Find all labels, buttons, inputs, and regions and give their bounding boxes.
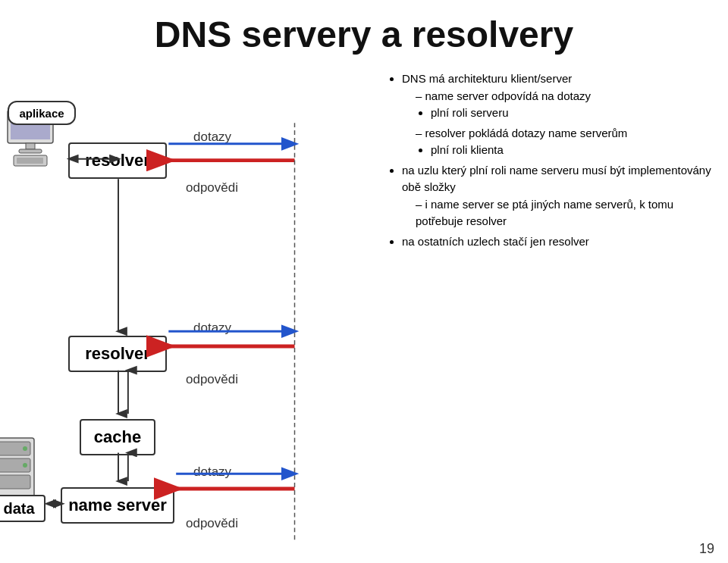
- bullet-item-1-1-1: plní roli serveru: [431, 105, 713, 122]
- svg-point-11: [23, 463, 27, 468]
- svg-point-12: [23, 480, 27, 484]
- dotazy-bottom-label: dotazy: [193, 464, 231, 480]
- page-title: DNS servery a resolvery: [0, 0, 728, 63]
- dotazy-middle-label: dotazy: [193, 321, 231, 336]
- aplikace-label: aplikace: [19, 107, 64, 120]
- resolver-bottom-box: resolver: [68, 336, 167, 372]
- bullet-item-1-2: resolver pokládá dotazy name serverům pl…: [416, 125, 713, 159]
- resolver-top-box: resolver: [68, 142, 167, 179]
- page-number: 19: [699, 541, 714, 557]
- bullet-item-1: DNS má architekturu klient/server name s…: [402, 70, 713, 159]
- resolver-bottom-label: resolver: [85, 344, 150, 364]
- svg-rect-2: [26, 143, 35, 149]
- odpovedi-top-label: odpovědi: [186, 180, 238, 195]
- dotazy-top-label: dotazy: [193, 130, 231, 145]
- bullet-item-2: na uzlu který plní roli name serveru mus…: [402, 162, 713, 230]
- odpovedi-middle-label: odpovědi: [186, 372, 238, 387]
- svg-rect-5: [17, 158, 43, 164]
- resolver-top-label: resolver: [85, 151, 150, 170]
- computer-bottom-image: [0, 434, 53, 502]
- data-label: data: [3, 500, 34, 518]
- svg-rect-3: [19, 149, 42, 153]
- diagram-area: aplikace resolver dotazy odpovědi resolv…: [0, 63, 379, 558]
- bullet-item-1-1: name server odpovídá na dotazy plní roli…: [416, 88, 713, 122]
- text-area: DNS má architekturu klient/server name s…: [379, 63, 728, 558]
- name-server-box: name server: [61, 487, 174, 524]
- bullet-item-3: na ostatních uzlech stačí jen resolver: [402, 233, 713, 251]
- aplikace-box: aplikace: [8, 101, 76, 125]
- name-server-label: name server: [68, 496, 167, 515]
- svg-point-10: [23, 446, 27, 451]
- cache-box: cache: [80, 419, 155, 455]
- bullet-item-2-1: i name server se ptá jiných name serverů…: [416, 196, 713, 230]
- bullet-list: DNS má architekturu klient/server name s…: [387, 70, 713, 250]
- main-content: aplikace resolver dotazy odpovědi resolv…: [0, 63, 728, 558]
- odpovedi-bottom-label: odpovědi: [186, 516, 238, 531]
- bullet-item-1-2-1: plní roli klienta: [431, 142, 713, 159]
- data-box: data: [0, 495, 46, 522]
- cache-label: cache: [94, 427, 141, 447]
